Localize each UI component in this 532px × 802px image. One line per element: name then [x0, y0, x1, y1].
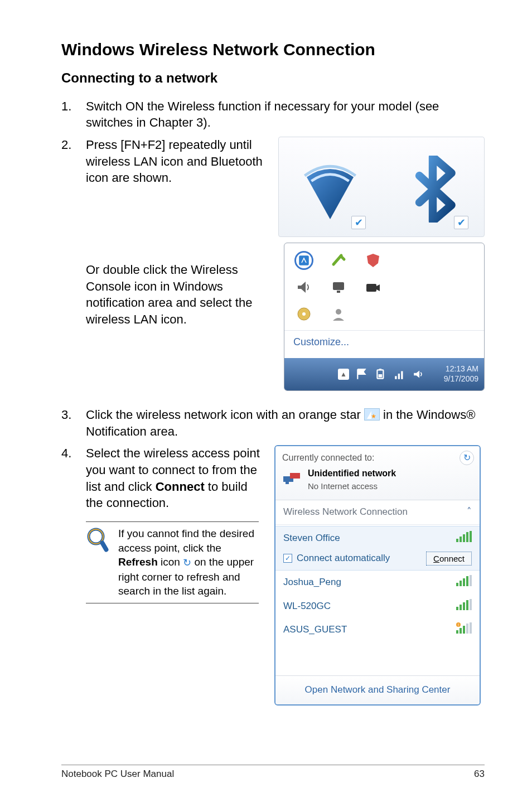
network-flyout: Currently connected to: Unidentified net…	[274, 445, 481, 706]
taskbar: ▲ 12:13 AM 9/17/2009	[284, 358, 484, 390]
refresh-icon: ↻	[183, 556, 191, 569]
svg-rect-24	[456, 583, 458, 586]
pen-tablet-icon[interactable]	[329, 251, 348, 270]
network-name: Steven Office	[283, 532, 340, 545]
step-1-number: 1.	[61, 98, 71, 115]
flyout-wnc-label: Wireless Network Connection	[283, 506, 408, 519]
open-network-sharing-link[interactable]: Open Network and Sharing Center	[305, 684, 451, 695]
svg-rect-9	[379, 374, 383, 378]
chevron-up-icon: ˄	[467, 506, 472, 519]
flyout-currently-label: Currently connected to:	[282, 452, 473, 464]
flag-icon[interactable]	[356, 368, 368, 380]
svg-rect-15	[99, 540, 109, 553]
svg-rect-30	[460, 605, 462, 610]
battery-icon[interactable]	[375, 368, 387, 380]
step-3-number: 3.	[61, 407, 71, 423]
speaker-icon[interactable]	[413, 368, 425, 380]
network-name: WL-520GC	[283, 600, 331, 613]
step-4: 4. Select the wireless access point you …	[61, 445, 485, 706]
svg-rect-37	[466, 624, 468, 634]
checkmark-icon: ✔	[454, 216, 468, 229]
taskbar-time: 12:13 AM	[444, 364, 478, 374]
footer-left: Notebook PC User Manual	[61, 769, 174, 780]
network-item-selected[interactable]: Steven Office ✓ Connect automatically	[275, 526, 480, 571]
checkmark-icon: ✔	[351, 216, 366, 229]
svg-rect-27	[466, 576, 468, 586]
flyout-unet-title: Unidentified network	[308, 468, 396, 478]
svg-rect-22	[466, 532, 468, 542]
network-item[interactable]: ASUS_GUEST !	[275, 618, 480, 642]
volume-icon[interactable]	[294, 278, 313, 297]
flyout-wnc-header[interactable]: Wireless Network Connection ˄	[275, 500, 480, 525]
user-icon[interactable]	[329, 305, 348, 323]
step-2-alt-text: Or double click the Wireless Console ico…	[61, 262, 264, 328]
note-bold: Refresh	[118, 556, 158, 568]
svg-rect-26	[463, 578, 465, 586]
step-2: 2. Press [FN+F2] repeatedly until wirele…	[61, 137, 485, 237]
network-device-icon	[282, 470, 302, 490]
flyout-network-list: Steven Office ✓ Connect automatically	[275, 525, 480, 676]
step-4-number: 4.	[61, 445, 71, 462]
svg-point-5	[302, 312, 306, 316]
note-pre: If you cannot find the desired access po…	[118, 528, 254, 554]
taskbar-clock[interactable]: 12:13 AM 9/17/2009	[444, 364, 478, 384]
step-2-text: Press [FN+F2] repeatedly until wireless …	[86, 138, 263, 185]
wifi-icon: ✔	[291, 150, 369, 228]
svg-point-6	[336, 309, 341, 315]
svg-rect-8	[379, 369, 381, 370]
flyout-unet-sub: No Internet access	[308, 481, 378, 491]
security-shield-icon[interactable]	[364, 251, 383, 270]
svg-rect-38	[470, 622, 472, 634]
svg-rect-1	[333, 282, 344, 290]
step-1: 1. Switch ON the Wireless function if ne…	[61, 98, 485, 131]
connect-button-rest: onnect	[439, 554, 465, 563]
signal-icon	[456, 531, 472, 546]
svg-rect-11	[398, 374, 400, 379]
network-item[interactable]: Joshua_Peng	[275, 571, 480, 595]
step-4-bold: Connect	[156, 480, 205, 494]
footer-page-number: 63	[474, 769, 485, 780]
svg-text:!: !	[458, 623, 459, 627]
step-2-number: 2.	[61, 137, 71, 153]
connect-auto-label: Connect automatically	[297, 552, 390, 565]
disc-icon[interactable]	[294, 305, 313, 323]
notification-tray-popup: Customize... ▲ 12:13 AM 9/17/2009	[284, 243, 485, 391]
camera-icon[interactable]	[364, 278, 383, 297]
svg-rect-33	[470, 599, 472, 610]
svg-rect-36	[463, 626, 465, 634]
svg-rect-20	[460, 537, 462, 542]
svg-rect-34	[456, 630, 458, 634]
svg-rect-29	[456, 607, 458, 610]
tray-chevron-icon[interactable]: ▲	[338, 369, 349, 380]
connect-button[interactable]: Connect	[426, 552, 472, 566]
magnifier-icon	[86, 526, 110, 598]
network-monitor-icon[interactable]	[329, 278, 348, 297]
svg-rect-28	[470, 575, 472, 586]
taskbar-date: 9/17/2009	[444, 374, 478, 384]
signal-icon	[456, 575, 472, 590]
svg-rect-25	[460, 581, 462, 586]
subsection-title: Connecting to a network	[61, 70, 485, 86]
svg-rect-19	[456, 539, 458, 542]
note-mid: icon	[158, 556, 183, 568]
step-3: 3. Click the wireless network icon with …	[61, 407, 485, 439]
wireless-console-icon[interactable]	[294, 251, 313, 270]
step-1-text: Switch ON the Wireless function if neces…	[86, 99, 439, 130]
svg-rect-3	[366, 284, 376, 292]
network-item[interactable]: WL-520GC	[275, 595, 480, 619]
svg-rect-17	[290, 473, 300, 479]
network-signal-icon[interactable]	[394, 368, 406, 380]
signal-icon: !	[456, 622, 472, 637]
svg-rect-23	[470, 531, 472, 542]
bluetooth-icon: ✔	[394, 150, 472, 228]
svg-rect-32	[466, 600, 468, 610]
svg-rect-35	[460, 628, 462, 634]
svg-rect-18	[286, 481, 289, 484]
wireless-star-icon	[364, 408, 380, 421]
connect-automatically-checkbox[interactable]: ✓ Connect automatically	[283, 552, 390, 565]
wlan-bt-icons-panel: ✔	[278, 137, 485, 237]
page-footer: Notebook PC User Manual 63	[61, 765, 485, 780]
note-box: If you cannot find the desired access po…	[86, 521, 259, 603]
svg-rect-10	[395, 376, 396, 379]
customize-link[interactable]: Customize...	[293, 336, 349, 347]
